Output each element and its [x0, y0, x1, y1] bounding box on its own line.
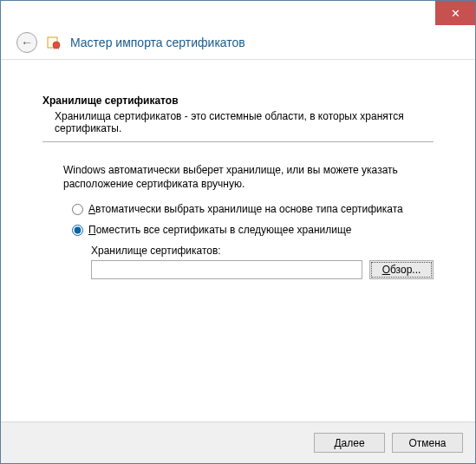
- radio-auto-row[interactable]: Автоматически выбрать хранилище на основ…: [72, 203, 434, 215]
- wizard-title: Мастер импорта сертификатов: [70, 36, 245, 49]
- next-button[interactable]: Далее: [314, 433, 385, 453]
- store-path-input[interactable]: [91, 260, 362, 279]
- wizard-header: ← Мастер импорта сертификатов: [1, 25, 475, 60]
- divider: [42, 141, 434, 142]
- radio-manual-label: Поместить все сертификаты в следующее хр…: [88, 224, 351, 236]
- store-select-block: Хранилище сертификатов: Обзор...: [42, 245, 434, 279]
- wizard-content: Хранилище сертификатов Хранилища сертифи…: [1, 60, 475, 422]
- radio-manual[interactable]: [72, 225, 83, 236]
- radio-manual-row[interactable]: Поместить все сертификаты в следующее хр…: [72, 224, 434, 236]
- arrow-left-icon: ←: [21, 36, 33, 49]
- store-row: Обзор...: [91, 260, 434, 279]
- intro-text: Windows автоматически выберет хранилище,…: [42, 163, 434, 191]
- back-button[interactable]: ←: [16, 32, 37, 53]
- browse-button[interactable]: Обзор...: [369, 260, 434, 279]
- radio-auto[interactable]: [72, 204, 83, 215]
- radio-auto-label: Автоматически выбрать хранилище на основ…: [88, 203, 403, 215]
- close-icon: ✕: [451, 7, 460, 20]
- close-button[interactable]: ✕: [435, 1, 475, 25]
- store-field-label: Хранилище сертификатов:: [91, 245, 434, 257]
- store-choice-group: Автоматически выбрать хранилище на основ…: [42, 203, 434, 236]
- cancel-button[interactable]: Отмена: [392, 433, 463, 453]
- wizard-window: ✕ ← Мастер импорта сертификатов Хранилищ…: [0, 0, 476, 464]
- titlebar: ✕: [1, 1, 475, 25]
- section-description: Хранилища сертификатов - это системные о…: [42, 110, 434, 134]
- section-title: Хранилище сертификатов: [42, 95, 434, 107]
- wizard-footer: Далее Отмена: [1, 422, 475, 463]
- certificate-wizard-icon: [46, 35, 62, 50]
